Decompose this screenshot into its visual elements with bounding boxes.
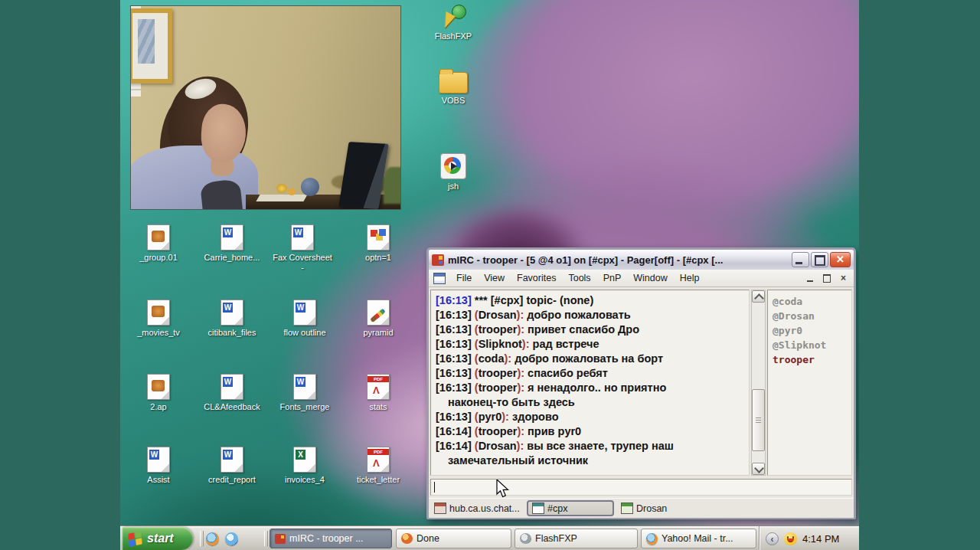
scrollbar-thumb[interactable] [752,389,765,451]
quick-launch [197,526,264,550]
system-tray: ‹ 4:14 PM [760,526,859,550]
taskbar: start mIRC - trooper ... Done FlashFXP Y… [120,525,859,550]
nick-list-item[interactable]: @pyr0 [773,323,847,338]
menu-favorites[interactable]: Favorites [511,271,562,285]
firefox-icon[interactable] [206,532,219,545]
desk-globe [301,178,319,196]
folder-icon [439,72,468,93]
icon-label: jsh [426,182,480,192]
child-restore-button[interactable] [822,273,833,283]
mirc-app-icon [432,254,444,266]
desktop-icon[interactable]: W citibank_files [198,300,266,338]
pdf-file-icon: PDFΛ [367,374,390,400]
tab-label: hub.ca.us.chat... [449,503,520,514]
messenger-smiley-icon[interactable] [784,532,797,545]
desktop-icon[interactable]: W Assist [124,447,193,485]
desktop-icon[interactable]: _group.01 [124,224,193,263]
tab-server[interactable]: hub.ca.us.chat... [430,500,524,516]
clock[interactable]: 4:14 PM [802,533,839,545]
maximize-button[interactable] [811,252,828,267]
mirc-icon [275,534,286,544]
nick: trooper [475,323,524,336]
menu-window[interactable]: Window [627,271,673,285]
nick-list-item[interactable]: @Drosan [773,309,847,323]
menu-file[interactable]: File [450,271,478,285]
word-document-icon: W [293,374,316,400]
desktop-icon[interactable]: pyramid [344,300,413,338]
nick: trooper [475,425,524,437]
message-input[interactable] [430,479,852,496]
excel-file-icon: X [293,447,316,473]
word-document-icon: W [291,224,314,250]
internet-explorer-icon[interactable] [225,532,238,545]
nick: Drosan [475,309,524,321]
taskbar-button-done[interactable]: Done [396,529,511,548]
desktop-icon[interactable]: W Fonts_merge [270,374,339,412]
message-text: привет спасибо Дро [528,323,639,336]
menu-bar: File View Favorites Tools PnP Window Hel… [429,270,854,287]
chat-line: [16:14] Drosan вы все знаете, трупер наш [436,439,744,453]
taskbar-button-yahoo-mail[interactable]: Yahoo! Mail - tr... [641,529,756,548]
nick-list-item-self[interactable]: trooper [773,352,847,367]
scroll-down-button[interactable] [752,463,765,475]
nick: Drosan [475,440,524,452]
menu-help[interactable]: Help [674,271,706,285]
mirc-window: mIRC - trooper - [5 @4 o1] on [#cpx] - P… [426,247,856,519]
scroll-up-button[interactable] [752,290,765,303]
screen: _group.01 W Carrie_home... W Fax Coversh… [0,0,980,550]
desktop-icon[interactable]: W Carrie_home... [198,224,266,263]
mouse-cursor [496,480,510,500]
query-window-icon [621,503,633,514]
title-bar[interactable]: mIRC - trooper - [5 @4 o1] on [#cpx] - P… [429,250,854,270]
nick-list-item[interactable]: @coda [773,294,847,309]
scrollbar[interactable] [751,290,766,476]
toolbar-handle[interactable] [200,531,204,546]
image-document-icon [147,224,170,250]
taskbar-button-flashfxp[interactable]: FlashFXP [514,529,638,548]
desktop-icon[interactable]: W credit_report [198,447,266,485]
start-button[interactable]: start [122,527,193,550]
text-caret [434,482,435,493]
taskbar-button-mirc[interactable]: mIRC - trooper ... [270,529,392,548]
word-document-icon: W [293,300,316,326]
channel-window-icon [532,503,544,514]
tab-label: Drosan [636,503,667,514]
desktop-icon[interactable]: X invoices_4 [270,447,339,485]
tab-channel-cpx[interactable]: #cpx [527,500,614,516]
toolbar-separator [264,531,268,546]
nick-list[interactable]: @coda @Drosan @pyr0 @Slipknot trooper [767,290,852,476]
menu-view[interactable]: View [478,271,511,285]
minimize-button[interactable] [792,252,809,267]
menu-tools[interactable]: Tools [562,271,596,285]
timestamp: [16:13] [436,294,472,306]
desktop-icon[interactable]: jsh [426,153,480,192]
word-document-icon: W [220,300,243,326]
desktop-icon[interactable]: _movies_tv [124,300,193,338]
desktop-icon[interactable]: optn=1 [344,224,413,263]
timestamp: [16:13] [436,323,472,336]
timestamp: [16:14] [436,440,472,452]
desktop-icon[interactable]: W CL&Afeedback [198,374,266,412]
chat-log[interactable]: [16:13] *** [#cpx] topic- (none) [16:13]… [430,290,750,476]
desktop-icon[interactable]: PDFΛ ticket_letter [344,447,413,485]
close-button[interactable]: ✕ [830,252,851,267]
desktop-icon[interactable]: W flow outline [270,300,339,338]
chat-line: [16:13] Drosan добро пожаловать [436,308,744,322]
child-minimize-button[interactable] [805,273,817,283]
child-close-button[interactable]: × [838,273,849,283]
app-icon [401,533,413,544]
flashfxp-icon [440,5,466,29]
tray-collapse-icon[interactable]: ‹ [766,532,779,545]
desktop-icon[interactable]: W Fax Coversheet - [270,224,335,273]
desktop-icon[interactable]: 2.ap [124,374,193,412]
desktop-icon[interactable]: VOBS [426,72,480,106]
desktop-icon[interactable]: FlashFXP [426,5,480,41]
nick-list-item[interactable]: @Slipknot [773,338,847,352]
pdf-file-icon: PDFΛ [367,447,390,473]
desktop-icon[interactable]: PDFΛ stats [344,374,413,412]
paint-file-icon [367,300,390,326]
menu-pnp[interactable]: PnP [597,271,628,285]
picture-frame [130,8,172,83]
tab-query-drosan[interactable]: Drosan [617,500,683,516]
message-text: я ненадолго.. но приятно [528,381,666,394]
